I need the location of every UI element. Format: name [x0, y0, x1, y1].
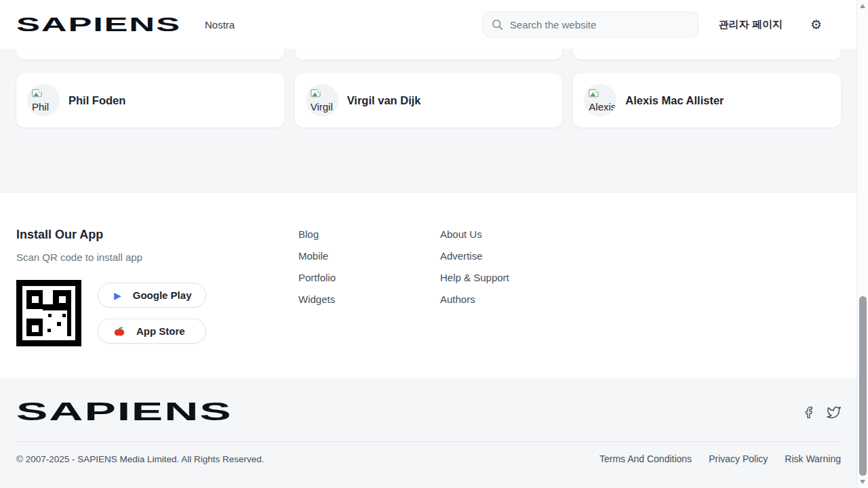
- privacy-policy-link[interactable]: Privacy Policy: [709, 453, 768, 464]
- terms-link[interactable]: Terms And Conditions: [599, 453, 692, 464]
- top-navbar: SAPIENS Nostra 관리자 페이지 ⚙: [0, 0, 868, 49]
- site-subtitle[interactable]: Nostra: [205, 19, 235, 30]
- player-card[interactable]: Alexis Mac Allister Alexis Mac Allister: [573, 73, 841, 127]
- footer-logo[interactable]: SAPIENS: [16, 399, 242, 426]
- footer-link-help-support[interactable]: Help & Support: [440, 272, 509, 283]
- twitter-icon[interactable]: [827, 405, 841, 420]
- google-play-icon: ▶: [114, 291, 121, 300]
- card-clipped[interactable]: [295, 49, 563, 60]
- legal-links: Terms And Conditions Privacy Policy Risk…: [599, 453, 841, 464]
- footer-link-advertise[interactable]: Advertise: [440, 251, 509, 261]
- install-app-title: Install Our App: [16, 228, 298, 241]
- search-input[interactable]: [510, 19, 690, 30]
- player-name: Virgil van Dijk: [347, 94, 421, 107]
- footer-link-mobile[interactable]: Mobile: [298, 251, 440, 261]
- main-content: Phil Foden Phil Foden Virgil van Dijk Vi…: [0, 49, 868, 192]
- broken-image-icon: [32, 89, 43, 99]
- player-card[interactable]: Virgil van Dijk Virgil van Dijk: [295, 73, 563, 127]
- avatar-alt-text: Alexis Mac Allister: [589, 101, 616, 117]
- search-icon: [492, 19, 503, 30]
- install-app-subtitle: Scan QR code to install app: [16, 252, 298, 263]
- footer-bottom: SAPIENS © 2007-2025 - SAPIENS Media Limi…: [0, 378, 868, 488]
- cards-row-clipped: [16, 49, 841, 60]
- risk-warning-link[interactable]: Risk Warning: [785, 453, 841, 464]
- player-name: Alexis Mac Allister: [625, 94, 724, 107]
- card-clipped[interactable]: [573, 49, 841, 60]
- app-store-button[interactable]: App Store: [98, 319, 206, 344]
- footer-links-column-2: About Us Advertise Help & Support Author…: [440, 228, 509, 346]
- scrollbar-thumb[interactable]: [859, 296, 867, 476]
- cards-row: Phil Foden Phil Foden Virgil van Dijk Vi…: [16, 73, 841, 127]
- site-logo-text: SAPIENS: [16, 13, 181, 36]
- player-card[interactable]: Phil Foden Phil Foden: [16, 73, 284, 127]
- app-store-label: App Store: [136, 325, 185, 337]
- search-bar[interactable]: [483, 12, 698, 37]
- copyright-text: © 2007-2025 - SAPIENS Media Limited. All…: [16, 454, 264, 464]
- footer-link-blog[interactable]: Blog: [298, 229, 440, 239]
- footer: Install Our App Scan QR code to install …: [0, 192, 868, 378]
- avatar-broken-image: Phil Foden: [27, 84, 60, 117]
- footer-link-about-us[interactable]: About Us: [440, 229, 509, 239]
- gear-icon[interactable]: ⚙: [810, 18, 822, 31]
- player-name: Phil Foden: [68, 94, 125, 107]
- card-clipped[interactable]: [16, 49, 284, 60]
- footer-link-portfolio[interactable]: Portfolio: [298, 272, 440, 283]
- avatar-broken-image: Virgil van Dijk: [306, 84, 338, 117]
- avatar-broken-image: Alexis Mac Allister: [584, 84, 616, 117]
- site-logo[interactable]: SAPIENS: [16, 13, 187, 36]
- footer-logo-text: SAPIENS: [16, 399, 233, 426]
- avatar-alt-text: Phil Foden: [32, 101, 60, 117]
- footer-links-column-1: Blog Mobile Portfolio Widgets: [298, 228, 440, 346]
- footer-link-authors[interactable]: Authors: [440, 294, 509, 304]
- scrollbar-up-arrow-icon[interactable]: [860, 4, 865, 8]
- google-play-button[interactable]: ▶ Google Play: [98, 283, 206, 308]
- admin-page-link[interactable]: 관리자 페이지: [719, 18, 783, 31]
- broken-image-icon: [589, 89, 600, 99]
- scrollbar-down-arrow-icon[interactable]: [860, 480, 865, 484]
- avatar-alt-text: Virgil van Dijk: [311, 101, 333, 117]
- qr-code-image: [16, 280, 81, 346]
- footer-link-widgets[interactable]: Widgets: [298, 294, 440, 304]
- apple-icon: [114, 326, 125, 337]
- broken-image-icon: [311, 89, 322, 99]
- facebook-icon[interactable]: [802, 406, 815, 419]
- google-play-label: Google Play: [133, 289, 192, 301]
- install-app-section: Install Our App Scan QR code to install …: [16, 228, 298, 346]
- vertical-scrollbar[interactable]: [856, 0, 868, 488]
